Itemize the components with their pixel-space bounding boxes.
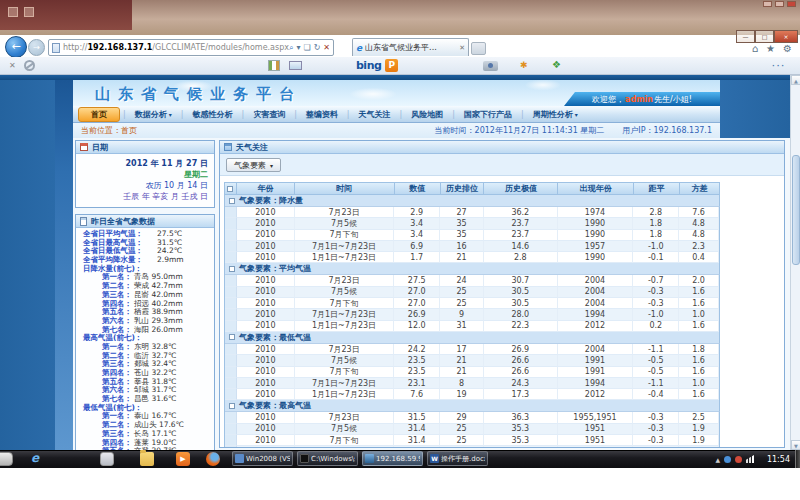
taskbar-window-button[interactable]: W操作手册.docx ... [427, 451, 488, 466]
nav-item-label: 整编资料 [306, 109, 338, 120]
pinned-app-icon[interactable] [100, 452, 114, 466]
scroll-down-button[interactable]: ▼ [791, 440, 800, 450]
table-cell: 1951 [558, 424, 634, 435]
taskbar-window-button[interactable]: Win2008 (VS2... [232, 451, 293, 466]
mail-icon[interactable] [289, 61, 302, 70]
table-row: 20107月1日~7月23日23.1824.31994-1.11.0 [225, 378, 720, 389]
table-cell: 25 [440, 435, 484, 446]
blocked-icon[interactable] [24, 60, 35, 71]
tray-expand-icon[interactable]: ▲ [715, 456, 720, 463]
current-time: 当前时间：2012年11月27日 11:14:31 星期二 [435, 125, 605, 136]
table-cell: 2010 [237, 287, 295, 298]
favorites-star-icon[interactable]: ★ [766, 43, 775, 54]
network-icon[interactable] [746, 455, 754, 463]
nav-item-9[interactable]: 周期性分析▾ [524, 107, 587, 122]
table-cell: -0.3 [633, 424, 679, 435]
stop-icon[interactable]: ✕ [323, 43, 330, 53]
nav-item-4[interactable]: 灾害查询 [244, 107, 294, 122]
page-title: 山东省气候业务平台 [95, 85, 302, 104]
select-all-checkbox[interactable] [227, 186, 233, 192]
table-cell: 2010 [237, 275, 295, 286]
row-gutter [225, 367, 237, 378]
bing-logo[interactable]: bing P [356, 59, 398, 72]
nav-item-3[interactable]: 敏感性分析 [183, 107, 241, 122]
taskbar-clock[interactable]: 11:54 [767, 455, 790, 464]
clover-icon[interactable]: ❖ [552, 59, 561, 70]
nav-item-7[interactable]: 风险地图 [402, 107, 452, 122]
taskbar-window-button[interactable]: 192.168.59.99... [362, 451, 423, 466]
table-cell: 7.6 [394, 389, 440, 400]
table-cell: 1.6 [679, 287, 719, 298]
scrollbar-thumb[interactable] [792, 155, 800, 265]
row-gutter [225, 378, 237, 389]
table-cell: 23.1 [394, 378, 440, 389]
scroll-up-button[interactable]: ▲ [791, 75, 800, 85]
compatibility-view-icon[interactable]: ❏ [303, 43, 310, 53]
firefox-icon[interactable] [206, 452, 220, 466]
table-cell: 31.4 [394, 424, 440, 435]
nav-item-2[interactable]: 数据分析▾ [126, 107, 181, 122]
element-filter-button[interactable]: 气象要素 ▾ [226, 158, 281, 172]
table-cell: 1957 [558, 241, 634, 252]
gear-icon[interactable]: ⚙ [783, 43, 792, 54]
table-cell: 2004 [558, 275, 634, 286]
tray-app-icon-red[interactable] [735, 456, 742, 463]
browser-tab[interactable]: e 山东省气候业务平... ✕ [352, 38, 469, 56]
home-icon[interactable]: ⌂ [752, 43, 758, 54]
start-button[interactable] [0, 452, 13, 466]
maximize-button[interactable]: □ [755, 30, 774, 43]
table-cell: 1月1日~7月23日 [295, 389, 395, 400]
taskbar-window-button[interactable]: C:\Windows\s... [297, 451, 358, 466]
table-cell: 2012 [558, 321, 634, 332]
close-button[interactable]: × [774, 30, 798, 43]
table-cell: 1991 [558, 355, 634, 366]
table-cell: 26.9 [484, 344, 558, 355]
new-tab-button[interactable] [471, 42, 486, 55]
group-checkbox[interactable] [229, 198, 235, 204]
date-line: 农历 10 月 14 日 [82, 180, 208, 191]
chevron-down-icon[interactable]: ▾ [296, 43, 300, 53]
group-checkbox[interactable] [229, 266, 235, 272]
breadcrumb: 当前位置：首页 [81, 125, 137, 136]
nav-item-8[interactable]: 国家下行产品 [455, 107, 521, 122]
explorer-folder-icon[interactable] [140, 452, 154, 466]
column-header: 距平 [634, 183, 680, 195]
nav-item-5[interactable]: 整编资料 [297, 107, 347, 122]
minimize-button[interactable]: — [736, 30, 755, 43]
table-cell: 36.3 [484, 412, 558, 423]
sparkle-icon[interactable]: ✱ [520, 60, 528, 70]
ie-taskbar-icon[interactable]: e [28, 452, 42, 466]
table-cell: -1.0 [633, 241, 679, 252]
table-toolbar: 气象要素 ▾ [220, 154, 784, 176]
table-row: 20107月5候3.43523.719901.84.8 [225, 218, 720, 229]
tab-close-icon[interactable]: ✕ [459, 44, 465, 52]
group-label: 气象要素：平均气温 [239, 263, 311, 274]
table-cell: 25 [440, 298, 484, 309]
toolbar-close-icon[interactable]: ✕ [9, 61, 16, 70]
back-button[interactable]: ← [5, 36, 27, 58]
row-gutter [225, 298, 237, 309]
show-desktop-button[interactable] [795, 450, 800, 468]
tray-app-icon-blue[interactable] [724, 456, 731, 463]
more-options-icon[interactable]: ··· [772, 62, 786, 70]
nav-item-1[interactable]: 首页 [78, 107, 120, 122]
vertical-scrollbar[interactable]: ▲ ▼ [790, 75, 800, 450]
forward-button[interactable]: → [28, 39, 45, 56]
address-bar[interactable]: http:// 192.168.137.1 /GLCCLIMATE/module… [48, 39, 334, 56]
system-tray: ▲ [715, 452, 754, 466]
weather-focus-title: 天气关注 [236, 142, 268, 153]
table-cell: 2010 [237, 321, 295, 332]
table-row: 20107月1日~7月23日26.9928.01994-1.01.0 [225, 309, 720, 320]
camera-icon[interactable] [483, 61, 498, 71]
table-cell: 2.0 [679, 275, 719, 286]
nav-item-6[interactable]: 天气关注 [350, 107, 400, 122]
content-area: 日期 2012 年 11 月 27 日星期二农历 10 月 14 日壬辰 年 辛… [73, 138, 790, 450]
search-icon[interactable]: ⌕ [289, 43, 293, 53]
group-checkbox[interactable] [229, 403, 235, 409]
media-player-icon[interactable]: ▶ [176, 452, 190, 466]
tile-icon[interactable] [268, 60, 280, 71]
table-cell: 2010 [237, 424, 295, 435]
group-checkbox[interactable] [229, 334, 235, 340]
row-gutter [225, 435, 237, 446]
refresh-icon[interactable]: ↻ [314, 43, 321, 53]
